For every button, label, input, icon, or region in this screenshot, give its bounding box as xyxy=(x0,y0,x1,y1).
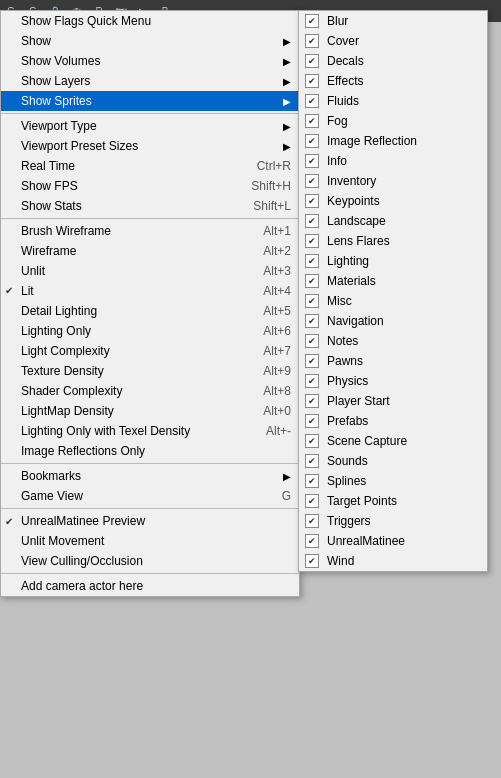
right-menu-item-misc[interactable]: ✔Misc xyxy=(299,291,487,311)
menu-item-lightmap-density[interactable]: LightMap Density Alt+0 xyxy=(1,401,299,421)
menu-item-label: Lens Flares xyxy=(327,234,390,248)
arrow-icon: ▶ xyxy=(283,471,291,482)
menu-item-show-flags-quick-menu[interactable]: Show Flags Quick Menu xyxy=(1,11,299,31)
right-menu-item-scene-capture[interactable]: ✔Scene Capture xyxy=(299,431,487,451)
checkbox-icon: ✔ xyxy=(305,14,319,28)
right-menu-item-effects[interactable]: ✔Effects xyxy=(299,71,487,91)
menu-item-brush-wireframe[interactable]: Brush Wireframe Alt+1 xyxy=(1,221,299,241)
menu-item-label: Materials xyxy=(327,274,376,288)
menu-item-label: Target Points xyxy=(327,494,397,508)
right-menu-item-unreal-matinee[interactable]: ✔UnrealMatinee xyxy=(299,531,487,551)
menu-item-label: Wind xyxy=(327,554,354,568)
menu-item-wireframe[interactable]: Wireframe Alt+2 xyxy=(1,241,299,261)
right-menu-item-prefabs[interactable]: ✔Prefabs xyxy=(299,411,487,431)
checkbox-icon: ✔ xyxy=(305,34,319,48)
checkbox-icon: ✔ xyxy=(305,114,319,128)
checkbox-icon: ✔ xyxy=(305,494,319,508)
checkbox-icon: ✔ xyxy=(305,174,319,188)
menu-item-bookmarks[interactable]: Bookmarks ▶ xyxy=(1,466,299,486)
separator xyxy=(1,113,299,114)
menu-item-show-sprites[interactable]: Show Sprites ▶ xyxy=(1,91,299,111)
right-menu-item-blur[interactable]: ✔Blur xyxy=(299,11,487,31)
left-context-menu: Show Flags Quick Menu Show ▶ Show Volume… xyxy=(0,10,300,597)
right-menu-item-player-start[interactable]: ✔Player Start xyxy=(299,391,487,411)
menu-item-label: UnrealMatinee xyxy=(327,534,405,548)
right-menu-item-lighting[interactable]: ✔Lighting xyxy=(299,251,487,271)
menu-item-show[interactable]: Show ▶ xyxy=(1,31,299,51)
checkbox-icon: ✔ xyxy=(305,274,319,288)
menu-item-unreal-matinee-preview[interactable]: ✔ UnrealMatinee Preview xyxy=(1,511,299,531)
checkbox-icon: ✔ xyxy=(305,234,319,248)
right-menu-items: ✔Blur✔Cover✔Decals✔Effects✔Fluids✔Fog✔Im… xyxy=(299,11,487,571)
arrow-icon: ▶ xyxy=(283,141,291,152)
right-menu-item-image-reflection[interactable]: ✔Image Reflection xyxy=(299,131,487,151)
right-menu-item-materials[interactable]: ✔Materials xyxy=(299,271,487,291)
right-menu-item-inventory[interactable]: ✔Inventory xyxy=(299,171,487,191)
right-menu-item-splines[interactable]: ✔Splines xyxy=(299,471,487,491)
right-menu-item-fluids[interactable]: ✔Fluids xyxy=(299,91,487,111)
menu-item-viewport-preset-sizes[interactable]: Viewport Preset Sizes ▶ xyxy=(1,136,299,156)
checkbox-icon: ✔ xyxy=(305,134,319,148)
arrow-icon: ▶ xyxy=(283,76,291,87)
menu-item-label: Splines xyxy=(327,474,366,488)
arrow-icon: ▶ xyxy=(283,56,291,67)
checkbox-icon: ✔ xyxy=(305,554,319,568)
right-menu-item-target-points[interactable]: ✔Target Points xyxy=(299,491,487,511)
right-menu-item-cover[interactable]: ✔Cover xyxy=(299,31,487,51)
menu-item-real-time[interactable]: Real Time Ctrl+R xyxy=(1,156,299,176)
right-menu-item-notes[interactable]: ✔Notes xyxy=(299,331,487,351)
menu-item-detail-lighting[interactable]: Detail Lighting Alt+5 xyxy=(1,301,299,321)
menu-item-lighting-only-texel[interactable]: Lighting Only with Texel Density Alt+- xyxy=(1,421,299,441)
right-menu-item-decals[interactable]: ✔Decals xyxy=(299,51,487,71)
right-menu-item-info[interactable]: ✔Info xyxy=(299,151,487,171)
checkbox-icon: ✔ xyxy=(305,414,319,428)
menu-item-show-volumes[interactable]: Show Volumes ▶ xyxy=(1,51,299,71)
checkbox-icon: ✔ xyxy=(305,334,319,348)
menu-item-light-complexity[interactable]: Light Complexity Alt+7 xyxy=(1,341,299,361)
right-menu-item-lens-flares[interactable]: ✔Lens Flares xyxy=(299,231,487,251)
checkbox-icon: ✔ xyxy=(305,214,319,228)
menu-item-unlit-movement[interactable]: Unlit Movement xyxy=(1,531,299,551)
right-menu-item-landscape[interactable]: ✔Landscape xyxy=(299,211,487,231)
checkbox-icon: ✔ xyxy=(305,254,319,268)
check-icon: ✔ xyxy=(5,516,13,527)
arrow-icon: ▶ xyxy=(283,36,291,47)
right-menu-item-navigation[interactable]: ✔Navigation xyxy=(299,311,487,331)
menu-item-viewport-type[interactable]: Viewport Type ▶ xyxy=(1,116,299,136)
menu-item-label: Info xyxy=(327,154,347,168)
checkbox-icon: ✔ xyxy=(305,374,319,388)
menu-item-label: Scene Capture xyxy=(327,434,407,448)
menu-item-shader-complexity[interactable]: Shader Complexity Alt+8 xyxy=(1,381,299,401)
menu-item-label: Image Reflection xyxy=(327,134,417,148)
right-menu-item-triggers[interactable]: ✔Triggers xyxy=(299,511,487,531)
menu-item-show-fps[interactable]: Show FPS Shift+H xyxy=(1,176,299,196)
menu-item-label: Navigation xyxy=(327,314,384,328)
checkbox-icon: ✔ xyxy=(305,434,319,448)
checkbox-icon: ✔ xyxy=(305,94,319,108)
checkbox-icon: ✔ xyxy=(305,74,319,88)
menu-item-add-camera-actor[interactable]: Add camera actor here xyxy=(1,576,299,596)
menu-item-label: Prefabs xyxy=(327,414,368,428)
menu-item-unlit[interactable]: Unlit Alt+3 xyxy=(1,261,299,281)
menu-item-image-reflections-only[interactable]: Image Reflections Only xyxy=(1,441,299,461)
right-menu-item-sounds[interactable]: ✔Sounds xyxy=(299,451,487,471)
menu-item-label: Decals xyxy=(327,54,364,68)
menu-item-show-layers[interactable]: Show Layers ▶ xyxy=(1,71,299,91)
menu-item-lighting-only[interactable]: Lighting Only Alt+6 xyxy=(1,321,299,341)
menu-item-show-stats[interactable]: Show Stats Shift+L xyxy=(1,196,299,216)
menu-item-lit[interactable]: ✔ Lit Alt+4 xyxy=(1,281,299,301)
menu-item-game-view[interactable]: Game View G xyxy=(1,486,299,506)
right-menu-item-keypoints[interactable]: ✔Keypoints xyxy=(299,191,487,211)
checkbox-icon: ✔ xyxy=(305,474,319,488)
right-menu-item-wind[interactable]: ✔Wind xyxy=(299,551,487,571)
right-submenu: Show All Hide All ✔Blur✔Cover✔Decals✔Eff… xyxy=(298,10,488,572)
menu-item-view-culling[interactable]: View Culling/Occlusion xyxy=(1,551,299,571)
checkbox-icon: ✔ xyxy=(305,294,319,308)
check-icon: ✔ xyxy=(5,285,17,297)
menu-item-texture-density[interactable]: Texture Density Alt+9 xyxy=(1,361,299,381)
checkbox-icon: ✔ xyxy=(305,454,319,468)
right-menu-item-physics[interactable]: ✔Physics xyxy=(299,371,487,391)
menu-item-label: Inventory xyxy=(327,174,376,188)
right-menu-item-pawns[interactable]: ✔Pawns xyxy=(299,351,487,371)
right-menu-item-fog[interactable]: ✔Fog xyxy=(299,111,487,131)
